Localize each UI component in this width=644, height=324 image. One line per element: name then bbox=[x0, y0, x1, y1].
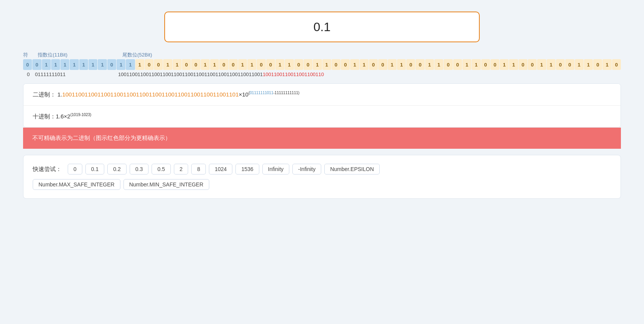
mant-bit-cell: 1 bbox=[509, 59, 518, 70]
mant-bit-cell: 0 bbox=[406, 59, 415, 70]
mant-bit-cell: 0 bbox=[332, 59, 340, 70]
mant-red: 1001100110011001100110 bbox=[263, 71, 324, 77]
mant-bit-cell: 1 bbox=[500, 59, 509, 70]
quick-try-label: 快速尝试： bbox=[33, 166, 62, 173]
bits-row: 0011111110111001100110011001100110011001… bbox=[23, 59, 621, 70]
mant-bit-cell: 1 bbox=[238, 59, 247, 70]
exp-bit-cell: 1 bbox=[98, 59, 107, 70]
mant-bit-cell: 1 bbox=[285, 59, 294, 70]
mant-bit-cell: 0 bbox=[191, 59, 200, 70]
mant-bit-cell: 1 bbox=[247, 59, 256, 70]
exp-bit-cell: 1 bbox=[70, 59, 78, 70]
mant-bit-cell: 0 bbox=[528, 59, 537, 70]
mant-bit-cell: 1 bbox=[350, 59, 359, 70]
quick-try-row1: 快速尝试： 00.10.20.30.52810241536Infinity-In… bbox=[33, 164, 611, 174]
mant-value: 1001100110011001100110011001100110011001… bbox=[118, 71, 621, 77]
quick-try-button[interactable]: 8 bbox=[191, 164, 206, 174]
mant-bit-cell: 1 bbox=[425, 59, 434, 70]
mant-bit-cell: 0 bbox=[145, 59, 153, 70]
mant-label: 尾数位(52Bit) bbox=[122, 52, 621, 58]
quick-try-button[interactable]: 0.2 bbox=[107, 164, 126, 174]
mant-normal: 1001100110011001100110011001100110011001… bbox=[118, 71, 263, 77]
mant-bit-cell: 1 bbox=[584, 59, 593, 70]
mant-bit-cell: 0 bbox=[565, 59, 574, 70]
exp-bit-cell: 1 bbox=[88, 59, 97, 70]
mant-bit-cell: 1 bbox=[462, 59, 471, 70]
mant-bit-cell: 0 bbox=[294, 59, 303, 70]
exp-bit-cell: 1 bbox=[126, 59, 135, 70]
quick-try-button[interactable]: 0 bbox=[68, 164, 82, 174]
mant-bit-cell: 0 bbox=[453, 59, 462, 70]
quick-try-button[interactable]: Number.EPSILON bbox=[324, 164, 380, 174]
quick-try-button[interactable]: 2 bbox=[174, 164, 189, 174]
binary-label: 二进制： bbox=[33, 91, 56, 98]
mant-bit-cell: 1 bbox=[360, 59, 369, 70]
number-input[interactable] bbox=[164, 12, 480, 42]
decimal-sup: (1019-1023) bbox=[70, 113, 91, 117]
decimal-formula: 1.6×2(1019-1023) bbox=[56, 113, 91, 120]
mant-bit-cell: 1 bbox=[322, 59, 331, 70]
decimal-card: 十进制：1.6×2(1019-1023) bbox=[23, 106, 621, 127]
quick-try-button[interactable]: 0.1 bbox=[85, 164, 104, 174]
mant-bit-cell: 1 bbox=[313, 59, 322, 70]
mant-bit-cell: 0 bbox=[341, 59, 350, 70]
mant-bit-cell: 1 bbox=[201, 59, 210, 70]
mant-bit-cell: 1 bbox=[602, 59, 611, 70]
exp-bit-cell: 1 bbox=[51, 59, 60, 70]
quick-try-card: 快速尝试： 00.10.20.30.52810241536Infinity-In… bbox=[23, 155, 621, 199]
mant-bit-cell: 0 bbox=[481, 59, 490, 70]
warning-bar: 不可精确表示为二进制（图示红色部分为更精确表示） bbox=[23, 128, 621, 149]
mant-bit-cell: 0 bbox=[556, 59, 565, 70]
quick-try-button[interactable]: Infinity bbox=[262, 164, 289, 174]
mant-bit-cell: 0 bbox=[612, 59, 621, 70]
quick-try-button[interactable]: 0.5 bbox=[152, 164, 170, 174]
mant-bit-cell: 1 bbox=[210, 59, 219, 70]
exp-suffix: -11111111111 bbox=[274, 91, 299, 95]
exp-bit-cell: 0 bbox=[107, 59, 116, 70]
input-container bbox=[23, 12, 621, 42]
exp-value: 01111111011 bbox=[33, 71, 118, 77]
mant-bit-cell: 1 bbox=[275, 59, 284, 70]
exp-label: 指数位(11Bit) bbox=[38, 52, 122, 58]
binary-exp-sup: (01111111011-11111111111) bbox=[249, 91, 299, 95]
mant-bit-cell: 0 bbox=[444, 59, 452, 70]
mant-bit-cell: 1 bbox=[163, 59, 172, 70]
mant-bit-cell: 0 bbox=[154, 59, 163, 70]
exp-bit-cell: 1 bbox=[60, 59, 69, 70]
mant-bit-cell: 0 bbox=[229, 59, 238, 70]
mant-bit-cell: 0 bbox=[266, 59, 275, 70]
quick-try-row2: Number.MAX_SAFE_INTEGERNumber.MIN_SAFE_I… bbox=[33, 179, 611, 190]
bit-section: 符 指数位(11Bit) 尾数位(52Bit) 0011111110111001… bbox=[23, 52, 621, 77]
quick-try-button[interactable]: Number.MIN_SAFE_INTEGER bbox=[123, 179, 209, 190]
quick-try-button[interactable]: 1024 bbox=[209, 164, 232, 174]
exp-bit-cell: 1 bbox=[42, 59, 51, 70]
binary-mantissa: 1001100110011001100110011001100110011001… bbox=[62, 91, 239, 98]
sign-bit-cell: 0 bbox=[23, 59, 32, 70]
sign-label: 符 bbox=[23, 52, 38, 58]
mant-bit-cell: 0 bbox=[304, 59, 312, 70]
mant-bit-cell: 1 bbox=[472, 59, 480, 70]
quick-try-button[interactable]: 0.3 bbox=[130, 164, 148, 174]
mant-bit-cell: 1 bbox=[397, 59, 406, 70]
mant-bit-cell: 1 bbox=[135, 59, 144, 70]
mant-bit-cell: 1 bbox=[575, 59, 584, 70]
mant-bit-cell: 1 bbox=[388, 59, 397, 70]
mant-bit-cell: 0 bbox=[491, 59, 499, 70]
bit-labels: 符 指数位(11Bit) 尾数位(52Bit) bbox=[23, 52, 621, 58]
mant-bit-cell: 0 bbox=[369, 59, 378, 70]
mant-bit-cell: 0 bbox=[593, 59, 602, 70]
warning-text: 不可精确表示为二进制（图示红色部分为更精确表示） bbox=[32, 135, 171, 141]
quick-try-button[interactable]: 1536 bbox=[235, 164, 259, 174]
mant-bit-cell: 0 bbox=[219, 59, 228, 70]
sign-value: 0 bbox=[23, 71, 33, 77]
bit-values-row: 0 01111111011 10011001100110011001100110… bbox=[23, 71, 621, 77]
mant-bit-cell: 0 bbox=[415, 59, 424, 70]
quick-try-button[interactable]: -Infinity bbox=[292, 164, 321, 174]
exp-blue: 01111111011 bbox=[250, 91, 273, 95]
binary-prefix: 1. bbox=[57, 91, 62, 98]
mant-bit-cell: 1 bbox=[537, 59, 546, 70]
quick-try-button[interactable]: Number.MAX_SAFE_INTEGER bbox=[33, 179, 120, 190]
mant-bit-cell: 1 bbox=[434, 59, 443, 70]
mant-bit-cell: 1 bbox=[547, 59, 556, 70]
exp-bit-cell: 1 bbox=[79, 59, 88, 70]
